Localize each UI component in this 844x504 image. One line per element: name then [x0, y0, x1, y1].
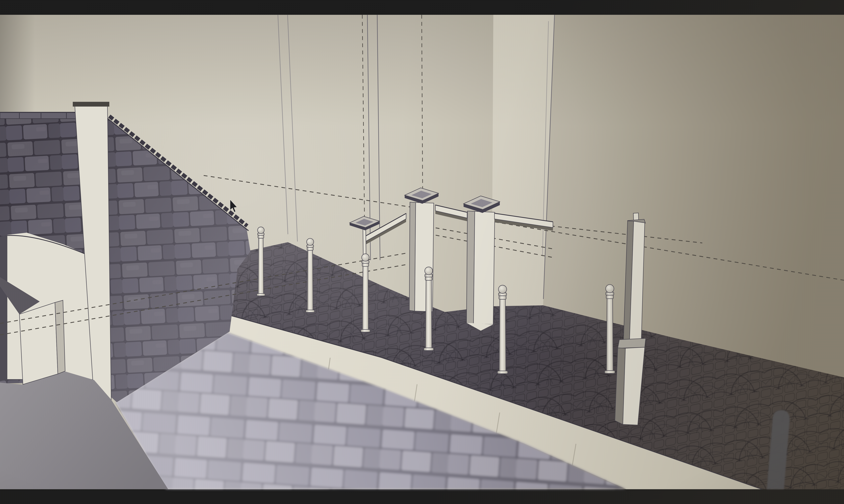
right-newel-post [474, 211, 495, 324]
bollard-2-base-flange [306, 310, 315, 312]
bollard-3-base-flange [361, 329, 370, 332]
bollard-6-base-flange [605, 371, 615, 374]
bollard-4-base-flange [424, 348, 434, 350]
bollard-6-ball-finial [606, 285, 614, 293]
bollard-5-base-flange [497, 371, 508, 374]
bollard-1-shaft [258, 238, 264, 294]
bollard-1-collar [258, 235, 264, 238]
pilaster-cap [73, 102, 109, 107]
model-viewport[interactable] [0, 0, 844, 504]
bollard-5-collar [499, 296, 506, 300]
bollard-6-shaft [606, 299, 613, 372]
bollard-5-shaft [499, 299, 506, 372]
bollard-5-ball-finial [498, 285, 507, 293]
small-newel-stem [363, 229, 366, 255]
bollard-1-ball-finial [258, 227, 264, 234]
tall-post-collar [618, 338, 646, 348]
bollard-2-shaft [307, 250, 313, 311]
bollard-4-collar [425, 277, 432, 280]
bollard-3-ball-finial [362, 254, 369, 261]
bollard-4-shaft [425, 280, 432, 349]
bollard-4-ball-finial [425, 267, 433, 275]
arch-interior-shadow [0, 235, 7, 381]
bollard-3-collar [362, 263, 369, 267]
monitor-photo [0, 0, 844, 504]
bollard-3-shaft [363, 267, 369, 330]
bollard-2-ball-finial [306, 238, 314, 246]
bollard-6-collar [606, 295, 613, 299]
bollard-2-collar [307, 248, 313, 251]
bollard-1-base-flange [257, 293, 265, 296]
